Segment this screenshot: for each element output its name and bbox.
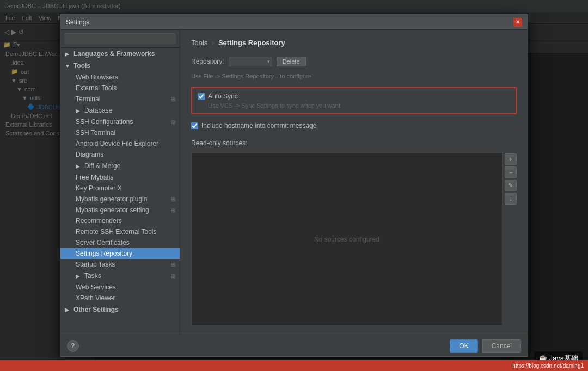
tree-item-ssh-config[interactable]: SSH Configurations ⊞ [60,116,180,127]
settings-right-panel: Tools › Settings Repository Repository: … [180,30,528,335]
delete-button[interactable]: Delete [277,57,306,66]
tree-item-diff-merge[interactable]: ▶ Diff & Merge [60,160,180,172]
repository-row: Repository: ▾ Delete [191,57,517,66]
csdn-bar: https://blog.csdn.net/daming1 [0,360,588,371]
repository-hint: Use File -> Settings Repository... to co… [191,73,517,79]
tree-section-other[interactable]: ▶ Other Settings [60,304,180,316]
refresh-source-button[interactable]: ↓ [505,193,517,205]
add-source-button[interactable]: + [505,153,517,165]
settings-search-input[interactable] [65,33,175,44]
settings-title: Settings [66,18,89,26]
tree-section-tools[interactable]: ▼ Tools [60,60,180,72]
settings-footer: ? OK Cancel [60,335,528,356]
settings-dialog: Settings ✕ ▶ [60,14,528,357]
hostname-checkbox-label[interactable]: Include hostname into commit message [191,122,316,129]
tree-item-server-certs[interactable]: Server Certificates [60,237,180,248]
autosync-checkbox-label[interactable]: Auto Sync [198,92,238,100]
autosync-label-text: Auto Sync [208,92,238,100]
tree-item-recommenders[interactable]: Recommenders [60,215,180,226]
tree-item-tasks[interactable]: ▶ Tasks ⊞ [60,270,180,282]
tree-item-key-promoter[interactable]: Key Promoter X [60,183,180,194]
tree-item-mybatis-plugin[interactable]: Mybatis generator plugin ⊞ [60,194,180,205]
tree-arrow-tools: ▼ [65,63,71,69]
hostname-checkbox[interactable] [191,122,198,129]
tree-item-remote-ssh[interactable]: Remote SSH External Tools [60,226,180,237]
tree-arrow-diff: ▶ [76,163,82,169]
settings-close-button[interactable]: ✕ [513,18,522,27]
csdn-url: https://blog.csdn.net/daming1 [512,363,584,369]
tree-item-xpath[interactable]: XPath Viewer [60,293,180,304]
no-sources-text: No sources configured [314,236,379,243]
footer-buttons: OK Cancel [450,339,521,353]
tree-item-ssh-terminal[interactable]: SSH Terminal [60,127,180,138]
readonly-area: No sources configured [191,152,503,326]
tree-arrow-tasks: ▶ [76,273,82,279]
repository-label: Repository: [191,58,224,65]
ok-button[interactable]: OK [450,339,477,353]
repository-dropdown[interactable] [229,57,272,66]
hostname-row: Include hostname into commit message [191,122,517,129]
breadcrumb: Tools › Settings Repository [191,39,517,47]
tree-item-android[interactable]: Android Device File Explorer [60,138,180,149]
autosync-checkbox[interactable] [198,93,205,100]
autosync-row: Auto Sync [198,92,510,100]
mybatis-setting-icon: ⊞ [171,207,175,213]
tree-item-settings-repo[interactable]: Settings Repository [60,248,180,259]
settings-titlebar: Settings ✕ [60,15,528,30]
tree-item-startup-tasks[interactable]: Startup Tasks ⊞ [60,259,180,270]
terminal-icon: ⊞ [171,96,175,102]
tree-item-database[interactable]: ▶ Database [60,104,180,116]
ide-background: DemoJDBC – JDBCUtil.java (Administrator)… [0,0,588,371]
tree-item-terminal[interactable]: Terminal ⊞ [60,94,180,104]
settings-tree: ▶ Languages & Frameworks ▼ Tools Web Bro… [60,48,180,335]
tree-item-diagrams[interactable]: Diagrams [60,149,180,160]
tree-item-mybatis-setting[interactable]: Mybatis generator setting ⊞ [60,205,180,215]
tree-item-free-mybatis[interactable]: Free Mybatis [60,172,180,183]
tree-item-web-browsers[interactable]: Web Browsers [60,72,180,83]
readonly-sources-label: Read-only sources: [191,139,517,147]
tree-item-web-services[interactable]: Web Services [60,282,180,293]
settings-search-area [60,30,180,48]
breadcrumb-parent: Tools [191,39,207,47]
edit-source-button[interactable]: ✎ [505,180,517,191]
remove-source-button[interactable]: − [505,166,517,178]
tree-arrow-database: ▶ [76,108,82,114]
tree-section-languages[interactable]: ▶ Languages & Frameworks [60,48,180,60]
tree-arrow-other: ▶ [65,307,71,313]
ssh-config-icon: ⊞ [171,119,175,125]
breadcrumb-separator: › [212,39,214,47]
tasks-icon: ⊞ [171,273,175,279]
breadcrumb-current: Settings Repository [218,39,285,47]
tree-item-external-tools[interactable]: External Tools [60,83,180,94]
repository-dropdown-wrapper: ▾ [229,57,272,66]
tree-arrow-languages: ▶ [65,51,71,57]
autosync-box: Auto Sync Use VCS -> Sync Settings to sy… [191,87,517,114]
readonly-actions: + − ✎ ↓ [505,152,517,326]
modal-backdrop: Settings ✕ ▶ [0,0,588,371]
mybatis-plugin-icon: ⊞ [171,196,175,202]
settings-left-panel: ▶ Languages & Frameworks ▼ Tools Web Bro… [60,30,180,335]
hostname-label-text: Include hostname into commit message [201,122,316,129]
help-button[interactable]: ? [67,340,79,352]
readonly-wrapper: No sources configured + − ✎ ↓ [191,152,517,326]
settings-body: ▶ Languages & Frameworks ▼ Tools Web Bro… [60,30,528,335]
autosync-hint-text: Use VCS -> Sync Settings to sync when yo… [208,102,510,109]
startup-icon: ⊞ [171,262,175,268]
cancel-button[interactable]: Cancel [482,339,521,353]
